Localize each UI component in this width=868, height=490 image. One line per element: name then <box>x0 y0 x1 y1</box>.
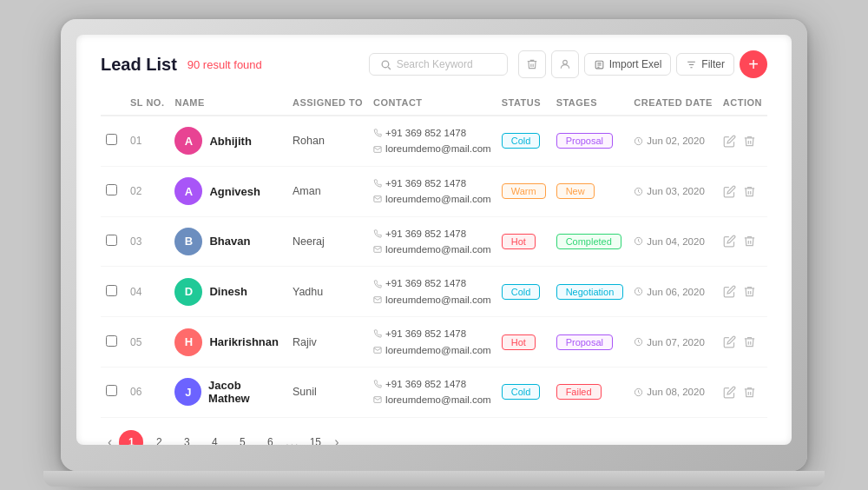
svg-line-1 <box>388 67 391 70</box>
row-contact: +91 369 852 1478 loreumdemo@mail.com <box>368 367 496 417</box>
user-button[interactable] <box>551 50 579 78</box>
row-checkbox[interactable] <box>106 385 117 396</box>
row-date: Jun 08, 2020 <box>647 387 705 397</box>
filter-icon <box>686 59 697 70</box>
phone-icon <box>373 229 382 238</box>
laptop-screen: Lead List 90 result found Search Keyword <box>76 35 792 445</box>
result-count: 90 result found <box>187 58 262 71</box>
phone-icon <box>373 280 382 288</box>
edit-icon[interactable] <box>723 335 736 348</box>
row-name-cell: D Dinesh <box>169 267 287 317</box>
row-checkbox[interactable] <box>106 285 117 296</box>
page-button-6[interactable]: 6 <box>258 430 282 445</box>
edit-icon[interactable] <box>723 235 736 248</box>
col-checkbox <box>101 90 125 116</box>
row-date-cell: Jun 03, 2020 <box>628 166 718 216</box>
row-sl: 06 <box>125 367 169 417</box>
page-button-15[interactable]: 15 <box>303 430 327 445</box>
row-stage-cell: Failed <box>551 367 629 417</box>
row-status-cell: Warm <box>496 166 551 216</box>
svg-point-2 <box>562 60 567 64</box>
col-status: STATUS <box>496 90 551 116</box>
edit-icon[interactable] <box>723 185 736 198</box>
row-date: Jun 07, 2020 <box>647 337 705 348</box>
row-date-cell: Jun 02, 2020 <box>628 116 718 166</box>
status-badge: Cold <box>502 133 541 149</box>
prev-page-button[interactable]: ‹ <box>104 434 115 445</box>
svg-point-0 <box>382 61 389 68</box>
row-date-cell: Jun 06, 2020 <box>628 267 718 317</box>
delete-row-icon[interactable] <box>743 335 756 348</box>
row-email: loreumdemo@mail.com <box>385 392 491 407</box>
row-name-cell: J Jacob Mathew <box>169 367 287 417</box>
row-email: loreumdemo@mail.com <box>385 242 491 257</box>
page-button-4[interactable]: 4 <box>202 430 227 445</box>
row-checkbox[interactable] <box>106 134 117 145</box>
row-phone: +91 369 852 1478 <box>385 125 466 141</box>
row-assigned: Rohan <box>287 116 368 166</box>
page-button-1[interactable]: 1 <box>119 430 143 445</box>
row-phone: +91 369 852 1478 <box>385 275 466 291</box>
stage-badge: New <box>556 183 595 199</box>
stage-badge: Negotiation <box>556 284 624 300</box>
avatar: J <box>174 378 201 406</box>
next-page-button[interactable]: › <box>331 434 342 445</box>
row-checkbox[interactable] <box>106 184 117 195</box>
page-button-5[interactable]: 5 <box>230 430 254 445</box>
header-row: Lead List 90 result found Search Keyword <box>101 50 767 78</box>
row-checkbox-cell <box>101 317 125 368</box>
delete-row-icon[interactable] <box>743 185 756 198</box>
row-checkbox[interactable] <box>106 235 117 246</box>
row-stage-cell: Negotiation <box>551 267 629 317</box>
row-assigned: Rajiv <box>287 317 368 368</box>
user-icon <box>559 58 571 70</box>
filter-button[interactable]: Filter <box>676 53 734 76</box>
row-checkbox[interactable] <box>106 335 117 347</box>
row-assigned: Neeraj <box>287 216 368 267</box>
row-name-cell: B Bhavan <box>169 216 287 267</box>
row-name-cell: A Agnivesh <box>169 166 287 216</box>
row-sl: 04 <box>125 267 169 317</box>
row-assigned: Yadhu <box>287 267 368 317</box>
row-date: Jun 04, 2020 <box>647 236 705 247</box>
row-date-cell: Jun 08, 2020 <box>628 367 718 417</box>
row-name: Dinesh <box>209 285 247 298</box>
edit-icon[interactable] <box>723 135 736 148</box>
row-date: Jun 06, 2020 <box>647 287 705 297</box>
phone-icon <box>373 329 382 338</box>
clock-icon <box>634 337 643 347</box>
row-date: Jun 02, 2020 <box>647 136 705 146</box>
search-box[interactable]: Search Keyword <box>369 53 508 76</box>
add-button[interactable]: + <box>740 50 767 78</box>
row-checkbox-cell <box>101 116 125 166</box>
edit-icon[interactable] <box>723 386 736 399</box>
delete-row-icon[interactable] <box>743 235 756 248</box>
row-contact: +91 369 852 1478 loreumdemo@mail.com <box>368 166 496 216</box>
page-button-2[interactable]: 2 <box>147 430 171 445</box>
table-header-row: SL NO. NAME ASSIGNED TO CONTACT STATUS S… <box>101 90 767 116</box>
delete-button[interactable] <box>518 50 546 78</box>
row-name-cell: H Harikrishnan <box>169 317 287 368</box>
row-action-cell <box>718 116 767 166</box>
delete-row-icon[interactable] <box>743 386 756 399</box>
import-icon <box>594 59 605 70</box>
avatar: B <box>174 228 202 255</box>
row-contact: +91 369 852 1478 loreumdemo@mail.com <box>368 267 496 317</box>
page-button-3[interactable]: 3 <box>174 430 199 445</box>
delete-row-icon[interactable] <box>743 285 756 298</box>
row-checkbox-cell <box>101 166 125 216</box>
email-icon <box>373 195 382 203</box>
row-phone: +91 369 852 1478 <box>385 226 466 242</box>
leads-table: SL NO. NAME ASSIGNED TO CONTACT STATUS S… <box>101 90 767 418</box>
import-button[interactable]: Import Exel <box>584 53 672 76</box>
clock-icon <box>634 136 643 146</box>
row-phone: +91 369 852 1478 <box>385 376 466 392</box>
edit-icon[interactable] <box>723 285 736 298</box>
row-assigned: Sunil <box>287 367 368 417</box>
email-icon <box>373 395 382 404</box>
row-email: loreumdemo@mail.com <box>385 342 491 358</box>
row-action-cell <box>718 317 767 368</box>
import-label: Import Exel <box>609 58 662 70</box>
delete-row-icon[interactable] <box>743 135 756 148</box>
row-action-cell <box>718 216 767 267</box>
